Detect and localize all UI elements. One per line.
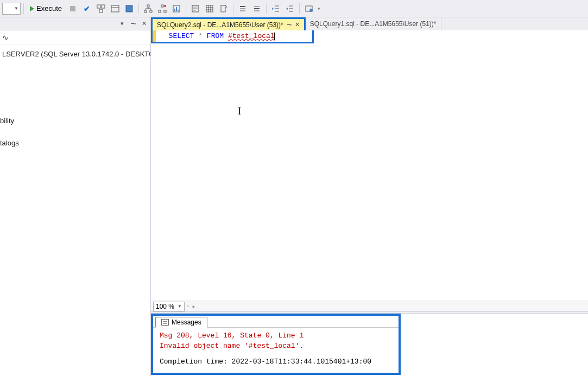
messages-icon (161, 319, 169, 326)
keyword: FROM (207, 32, 224, 40)
estimated-plan-button[interactable] (94, 2, 108, 15)
scroll-left-icon[interactable]: ◂ (192, 303, 194, 309)
editor-body[interactable]: I (151, 43, 588, 301)
execute-label: Execute (36, 4, 62, 12)
indent-button[interactable] (269, 2, 282, 15)
error-line: Msg 208, Level 16, State 0, Line 1 (160, 331, 392, 341)
svg-rect-20 (178, 10, 179, 11)
object-explorer-tree[interactable]: LSERVER2 (SQL Server 13.0.1742.0 - DESKT… (0, 44, 150, 376)
svg-rect-19 (176, 7, 177, 11)
close-panel-icon[interactable]: ✕ (140, 20, 148, 28)
plan-icon (97, 4, 105, 13)
error-line: Invalid object name '#test_local'. (160, 341, 392, 352)
zoom-value: 100 % (156, 303, 174, 310)
text-cursor (274, 33, 275, 40)
keyword: SELECT (169, 32, 194, 40)
comment-button[interactable] (236, 2, 249, 15)
parse-button[interactable]: ✔ (80, 2, 93, 15)
svg-rect-6 (147, 5, 149, 7)
tab-inactive[interactable]: SQLQuery1.sql - DE...A1M5655\User (51))* (306, 17, 441, 30)
messages-tab[interactable]: Messages (155, 317, 207, 328)
operator: * (198, 32, 203, 40)
panel-toolbar: ∿ (0, 30, 150, 44)
ibeam-cursor-icon: I (238, 106, 241, 117)
svg-rect-3 (111, 5, 119, 12)
editor-area: SQLQuery2.sql - DE...A1M5655\User (53))*… (151, 17, 588, 376)
intellisense-icon (125, 4, 134, 13)
indent-icon (271, 4, 280, 13)
live-stats-button[interactable] (156, 2, 169, 15)
svg-rect-18 (174, 9, 175, 11)
svg-rect-8 (150, 10, 152, 12)
uncomment-button[interactable] (250, 2, 263, 15)
tab-active[interactable]: SQLQuery2.sql - DE...A1M5655\User (53))*… (151, 17, 306, 30)
stats-icon (172, 4, 181, 13)
svg-point-16 (164, 5, 166, 7)
connect-icon[interactable]: ∿ (2, 33, 9, 42)
main-toolbar: ▼ Execute ✔ (0, 0, 588, 17)
svg-rect-25 (206, 5, 213, 12)
panel-header: ▾ ⊸ ✕ (0, 17, 150, 30)
editor-highlight: SELECT * FROM #test_local (151, 30, 314, 43)
client-stats-button[interactable] (170, 2, 183, 15)
include-plan-button[interactable] (142, 2, 155, 15)
intellisense-button[interactable] (123, 2, 136, 15)
tab-label: SQLQuery1.sql - DE...A1M5655\User (51))* (310, 20, 437, 28)
uncomment-icon (252, 4, 261, 13)
results-file-button[interactable] (217, 2, 230, 15)
options-icon (111, 4, 119, 13)
svg-rect-7 (144, 10, 147, 12)
svg-rect-30 (221, 5, 225, 12)
database-selector[interactable]: ▼ (2, 3, 21, 15)
editor-tabs: SQLQuery2.sql - DE...A1M5655\User (53))*… (151, 17, 588, 30)
pin-icon[interactable]: ⊸ (129, 20, 137, 28)
template-icon (305, 4, 313, 13)
close-tab-icon[interactable]: ✕ (295, 21, 300, 28)
results-grid-button[interactable] (203, 2, 216, 15)
svg-rect-1 (102, 5, 105, 8)
file-icon (219, 4, 228, 13)
messages-body[interactable]: Msg 208, Level 16, State 0, Line 1 Inval… (153, 328, 399, 373)
tab-label: SQLQuery2.sql - DE...A1M5655\User (53))* (157, 21, 283, 29)
stop-button[interactable] (66, 2, 79, 15)
query-options-button[interactable] (109, 2, 122, 15)
messages-panel: Messages Msg 208, Level 16, State 0, Lin… (151, 314, 401, 375)
zoom-bar: 100 % ▼ • ◂ (151, 301, 588, 311)
tree-icon (144, 4, 153, 13)
play-icon (30, 6, 34, 11)
text-icon (191, 4, 200, 13)
pin-tab-icon[interactable]: ⊸ (287, 21, 292, 28)
svg-rect-14 (159, 10, 161, 12)
results-text-button[interactable] (189, 2, 202, 15)
live-icon (158, 4, 167, 13)
tree-item[interactable]: talogs (0, 137, 150, 149)
comment-icon (238, 4, 247, 13)
svg-rect-0 (97, 5, 100, 8)
dropdown-icon[interactable]: ▾ (118, 20, 127, 28)
object-explorer-panel: ▾ ⊸ ✕ ∿ LSERVER2 (SQL Server 13.0.1742.0… (0, 17, 151, 376)
svg-rect-15 (164, 10, 166, 12)
server-node[interactable]: LSERVER2 (SQL Server 13.0.1742.0 - DESKT… (0, 48, 150, 60)
svg-rect-13 (161, 5, 163, 7)
svg-rect-2 (99, 9, 103, 12)
specify-values-button[interactable] (302, 2, 315, 15)
check-icon: ✔ (84, 4, 90, 13)
change-marker (153, 30, 156, 42)
svg-point-44 (309, 9, 313, 12)
svg-rect-5 (126, 5, 132, 12)
sql-line[interactable]: SELECT * FROM #test_local (153, 30, 312, 42)
outdent-icon (286, 4, 294, 13)
execute-button[interactable]: Execute (27, 2, 65, 15)
tree-item[interactable]: bility (0, 114, 150, 127)
stop-icon (70, 6, 75, 11)
grid-icon (205, 4, 214, 13)
identifier: #test_local (228, 32, 275, 40)
messages-label: Messages (172, 318, 201, 326)
completion-line: Completion time: 2022-03-18T11:33:44.101… (160, 357, 392, 367)
outdent-button[interactable] (283, 2, 296, 15)
zoom-selector[interactable]: 100 % ▼ (153, 302, 185, 311)
